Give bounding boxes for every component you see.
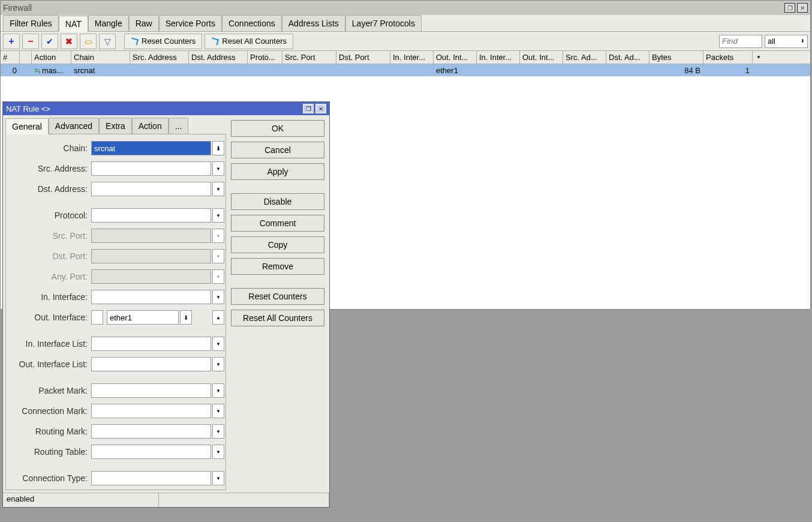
col-chain[interactable]: Chain bbox=[71, 51, 130, 64]
col-out-interface-list[interactable]: Out. Int... bbox=[520, 51, 563, 64]
firewall-title: Firewall bbox=[3, 3, 783, 13]
chain-dropdown[interactable] bbox=[212, 141, 224, 155]
routing-table-expand[interactable] bbox=[212, 445, 224, 459]
dst-port-expand bbox=[212, 249, 224, 263]
ok-button[interactable]: OK bbox=[231, 120, 324, 137]
dialog-tab-general[interactable]: General bbox=[5, 118, 49, 134]
dialog-title: NAT Rule <> bbox=[6, 104, 301, 113]
out-interface-collapse[interactable] bbox=[212, 310, 224, 325]
col-out-interface[interactable]: Out. Int... bbox=[434, 51, 477, 64]
dialog-tab-advanced[interactable]: Advanced bbox=[49, 118, 99, 134]
col-in-interface-list[interactable]: In. Inter... bbox=[477, 51, 520, 64]
tab-layer7[interactable]: Layer7 Protocols bbox=[345, 15, 422, 31]
col-src-address[interactable]: Src. Address bbox=[130, 51, 189, 64]
tab-service-ports[interactable]: Service Ports bbox=[159, 15, 222, 31]
dialog-close-button[interactable]: ✕ bbox=[315, 104, 326, 113]
dialog-tab-extra[interactable]: Extra bbox=[99, 118, 132, 134]
src-port-expand bbox=[212, 229, 224, 243]
connection-type-expand[interactable] bbox=[212, 471, 224, 485]
packet-mark-expand[interactable] bbox=[212, 383, 224, 398]
dialog-tab-action[interactable]: Action bbox=[132, 118, 169, 134]
disable-button[interactable]: ✖ bbox=[61, 34, 77, 49]
check-icon: ✔ bbox=[46, 37, 53, 46]
reset-all-counters-button[interactable]: Reset All Counters bbox=[231, 310, 324, 326]
remove-button[interactable]: Remove bbox=[231, 258, 324, 275]
reset-counters-label: Reset Counters bbox=[142, 37, 196, 46]
col-flag[interactable] bbox=[20, 51, 32, 64]
apply-button[interactable]: Apply bbox=[231, 163, 324, 180]
in-interface-input[interactable] bbox=[91, 290, 211, 304]
routing-mark-input[interactable] bbox=[91, 424, 211, 439]
connection-mark-expand[interactable] bbox=[212, 404, 224, 418]
filter-select[interactable]: all⬇ bbox=[765, 35, 808, 48]
col-src-address-list[interactable]: Src. Ad... bbox=[563, 51, 606, 64]
filter-button[interactable]: ▽ bbox=[99, 34, 116, 49]
routing-mark-expand[interactable] bbox=[212, 424, 224, 439]
col-in-interface[interactable]: In. Inter... bbox=[390, 51, 434, 64]
reset-counters-button[interactable]: Reset Counters bbox=[124, 34, 202, 49]
table-row[interactable]: 0 ≒mas... srcnat ether1 84 B 1 bbox=[1, 64, 810, 76]
col-proto[interactable]: Proto... bbox=[248, 51, 282, 64]
cell-bytes: 84 B bbox=[649, 64, 703, 76]
in-interface-list-input[interactable] bbox=[91, 337, 211, 351]
col-action[interactable]: Action bbox=[32, 51, 71, 64]
tab-mangle[interactable]: Mangle bbox=[88, 15, 129, 31]
packet-mark-input[interactable] bbox=[91, 383, 211, 398]
col-dst-address-list[interactable]: Dst. Ad... bbox=[606, 51, 649, 64]
cell-chain: srcnat bbox=[71, 64, 130, 76]
table-body: 0 ≒mas... srcnat ether1 84 B 1 bbox=[1, 64, 810, 76]
cancel-button[interactable]: Cancel bbox=[231, 142, 324, 158]
dst-address-input[interactable] bbox=[91, 182, 211, 196]
connection-mark-input[interactable] bbox=[91, 404, 211, 418]
out-interface-input[interactable]: ether1 bbox=[107, 310, 179, 325]
tab-address-lists[interactable]: Address Lists bbox=[282, 15, 345, 31]
dst-address-expand[interactable] bbox=[212, 182, 224, 196]
in-interface-list-expand[interactable] bbox=[212, 337, 224, 351]
routing-table-input[interactable] bbox=[91, 445, 211, 459]
table-header: # Action Chain Src. Address Dst. Address… bbox=[1, 51, 810, 64]
protocol-expand[interactable] bbox=[212, 208, 224, 223]
main-tabs: Filter Rules NAT Mangle Raw Service Port… bbox=[1, 15, 810, 32]
cell-in-if-list bbox=[477, 64, 520, 76]
out-interface-list-input[interactable] bbox=[91, 357, 211, 371]
tab-raw[interactable]: Raw bbox=[129, 15, 159, 31]
comment-button[interactable]: ▭ bbox=[80, 34, 97, 49]
dst-address-label: Dst. Address: bbox=[7, 184, 91, 194]
dialog-maximize-button[interactable]: ❐ bbox=[303, 104, 314, 113]
col-dst-port[interactable]: Dst. Port bbox=[336, 51, 390, 64]
col-num[interactable]: # bbox=[1, 51, 20, 64]
disable-button[interactable]: Disable bbox=[231, 193, 324, 210]
add-button[interactable]: + bbox=[3, 34, 20, 49]
in-interface-expand[interactable] bbox=[212, 290, 224, 304]
connection-type-input[interactable] bbox=[91, 471, 211, 485]
dialog-status-bar: enabled bbox=[3, 493, 329, 507]
reset-all-counters-button[interactable]: Reset All Counters bbox=[204, 34, 293, 49]
firewall-maximize-button[interactable]: ❐ bbox=[784, 3, 795, 13]
src-address-expand[interactable] bbox=[212, 161, 224, 176]
out-interface-list-expand[interactable] bbox=[212, 357, 224, 371]
col-dst-address[interactable]: Dst. Address bbox=[189, 51, 248, 64]
protocol-input[interactable] bbox=[91, 208, 211, 223]
tab-nat[interactable]: NAT bbox=[59, 16, 88, 32]
out-interface-not-checkbox[interactable] bbox=[91, 310, 103, 325]
reset-counters-button[interactable]: Reset Counters bbox=[231, 288, 324, 305]
remove-button[interactable]: − bbox=[22, 34, 39, 49]
col-src-port[interactable]: Src. Port bbox=[282, 51, 336, 64]
dst-port-input bbox=[91, 249, 211, 263]
dialog-tab-more[interactable]: ... bbox=[169, 118, 189, 134]
firewall-close-button[interactable]: ✕ bbox=[797, 3, 808, 13]
src-address-input[interactable] bbox=[91, 161, 211, 176]
col-bytes[interactable]: Bytes bbox=[649, 51, 703, 64]
tab-filter-rules[interactable]: Filter Rules bbox=[3, 15, 59, 31]
column-menu-button[interactable] bbox=[753, 51, 765, 64]
out-interface-dropdown[interactable] bbox=[180, 310, 192, 325]
masquerade-icon: ≒ bbox=[34, 66, 41, 75]
minus-icon: − bbox=[28, 36, 33, 47]
col-packets[interactable]: Packets bbox=[703, 51, 753, 64]
chain-input[interactable]: srcnat bbox=[91, 141, 211, 155]
comment-button[interactable]: Comment bbox=[231, 215, 324, 232]
find-input[interactable] bbox=[719, 35, 762, 48]
tab-connections[interactable]: Connections bbox=[222, 15, 282, 31]
copy-button[interactable]: Copy bbox=[231, 236, 324, 253]
enable-button[interactable]: ✔ bbox=[41, 34, 58, 49]
